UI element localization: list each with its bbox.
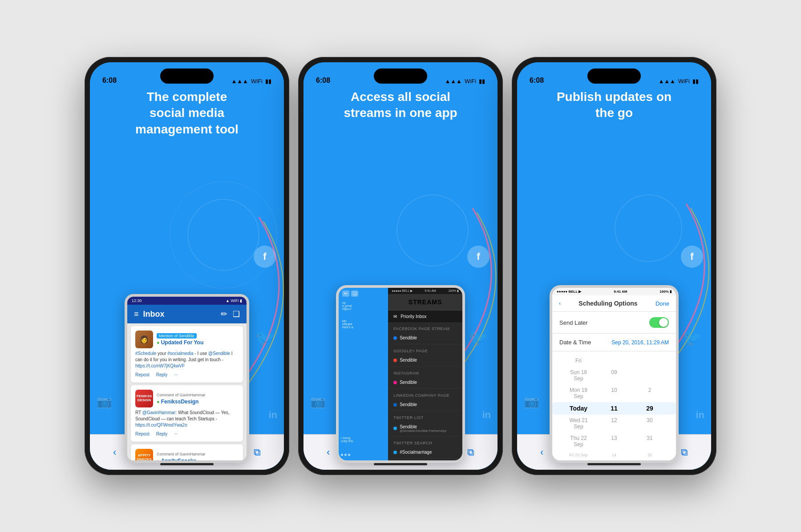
twsearch-item[interactable]: #Socialmarriage [388,446,462,459]
card-1-actions: Repost Reply ··· [135,372,239,378]
phone-1-headline: The complete social media management too… [90,89,284,137]
twsearch-category: TWITTER SEARCH [388,438,462,446]
tabs-btn-2[interactable]: ⧉ [467,447,474,458]
reply-btn-1[interactable]: Reply [156,372,168,378]
stream-layers-icon[interactable]: ❏ [351,290,358,297]
h1-today: 11 [601,405,627,412]
phone-2-bg: Access all social streams in one app f 🐦… [303,62,498,470]
compose-icon[interactable]: ✏ [221,309,227,319]
repost-btn-1[interactable]: Repost [135,372,150,378]
time-row-fri: Fri [552,355,676,367]
inbox-title: Inbox [143,310,165,319]
instagram-icon-float-2: 📷 [310,394,326,409]
twlist-category: TWITTER LIST [388,413,462,421]
card-3-meta: Comment of GavinHammar ● AppitySnacks [157,451,206,463]
datetime-value: Sep 20, 2016, 11:29 AM [611,339,669,346]
svg-point-3 [615,195,682,262]
status-icons-2: ▲▲▲ WiFi ▮▮ [445,78,485,85]
inbox-header-left: ≡ Inbox [134,310,165,319]
stream-section-twlist: TWITTER LIST Sendible @Sendible/Sendible… [388,412,462,437]
repost-btn-2[interactable]: Repost [135,431,150,437]
ig-dot [393,381,397,384]
send-later-label: Send Later [559,319,588,326]
time-row-thu: Thu 22 Sep 13 31 [552,432,676,450]
h1-sun: 09 [601,369,627,382]
priority-inbox-row[interactable]: ✉ Priority Inbox [388,310,462,323]
phone-2-inner: 6:08 ▲▲▲ WiFi ▮▮ Access all social strea… [303,62,498,470]
h2-fri2: 32 [636,453,663,457]
status-icons-1: ▲▲▲ WiFi ▮▮ [231,78,271,85]
signal-icon-3: ▲▲▲ [658,78,676,85]
instagram-icon-float-1: 📷 [97,394,112,409]
reply-btn-2[interactable]: Reply [156,431,168,437]
back-btn-1[interactable]: ‹ [113,447,116,458]
avatar-1: 👩 [135,330,153,348]
back-btn-3[interactable]: ‹ [540,447,543,458]
twlist-item[interactable]: Sendible @Sendible/Sendible-Partnerships [388,421,462,436]
streams-left-panel: ✏ ❏ opa greathttps:// kernificanthere's … [339,288,388,460]
day-fri: Fri [565,358,592,364]
sched-done-btn[interactable]: Done [655,300,669,307]
battery-icon-3: ▮▮ [692,78,699,85]
streams-left-more: kernificanthere's a [342,319,384,329]
signal-icon-1: ▲▲▲ [231,78,248,85]
stream-section-li: LINKEDIN COMPANY PAGE Sendible [388,390,462,412]
tabs-btn-1[interactable]: ⧉ [254,447,261,458]
facebook-icon-float-1: f [254,246,276,268]
drawer-status: ●●●●● BELL ▶ 9:41 AM 100% ▮ [388,288,462,294]
back-btn-2[interactable]: ‹ [327,447,330,458]
fb-item[interactable]: Sendible [388,332,462,344]
send-later-toggle[interactable] [649,317,669,328]
twitter-icon-float-2: 🐦 [469,329,489,347]
twsearch-item2[interactable]: Sendible [388,459,462,460]
badge-1: Mention of Sendible [157,333,197,339]
fb-name: Sendible [393,335,457,340]
svg-point-2 [397,195,468,266]
twsearch-name: #Socialmarriage [393,450,457,455]
avatar-2: FENIKSS DESIGN [135,390,153,407]
more-btn-2[interactable]: ··· [174,431,178,437]
gplus-item[interactable]: Sendible [388,354,462,367]
drawer-battery: 100% ▮ [448,289,459,293]
avatar-img-1: 👩 [135,330,153,348]
gplus-name: Sendible [393,358,457,363]
day-fri2: Fri 23 Sep [565,453,592,457]
phones-container: 6:08 ▲▲▲ WiFi ▮▮ The complete social med… [0,0,801,532]
inner-status-1: 12:30 ▲ WiFi ▮ [127,297,247,305]
li-item[interactable]: Sendible [388,399,462,411]
h2-fri [636,358,663,364]
phone-1-bg: The complete social media management too… [90,62,284,470]
h1-fri [601,358,627,364]
signal-icon-2: ▲▲▲ [445,78,462,85]
inbox-card-3: APPITY SNACKS Comment of GavinHammar ● A… [131,444,243,463]
stream-compose-icon[interactable]: ✏ [342,290,349,297]
h1-thu: 13 [601,435,627,447]
h1-fri2: 14 [601,453,627,457]
datetime-label: Date & Time [559,339,591,346]
facebook-icon-float-2: f [467,246,490,268]
dynamic-island-2 [374,69,427,84]
gplus-category: GOOGLE+ PAGE [388,346,462,354]
hamburger-icon[interactable]: ≡ [134,310,139,319]
streams-drawer: ●●●●● BELL ▶ 9:41 AM 100% ▮ STREAMS ✉ Pr… [388,288,462,460]
layers-icon[interactable]: ❏ [233,309,240,319]
datetime-row: Date & Time Sep 20, 2016, 11:29 AM [552,334,676,351]
ig-item[interactable]: Sendible [388,376,462,389]
h1-wed: 12 [601,417,627,430]
tabs-btn-3[interactable]: ⧉ [681,447,688,458]
more-btn-1[interactable]: ··· [174,372,178,378]
username-2: FenikssDesign [161,399,199,405]
day-today: Today [565,405,592,412]
card-1-header: 👩 Mention of Sendible ● Updated For You [135,330,239,348]
phone-3: 6:08 ▲▲▲ WiFi ▮▮ Publish updates on the … [512,57,716,475]
h2-mon: 2 [636,387,663,399]
time-row-fri2: Fri 23 Sep 14 32 [552,450,676,460]
home-indicator-3 [587,463,641,465]
badge-2: Comment of GavinHammar [157,393,206,397]
wifi-icon-1: WiFi [251,78,263,85]
dot-1 [341,454,343,456]
stream-section-fb: FACEBOOK PAGE STREAM Sendible [388,323,462,345]
badge-3: Comment of GavinHammar [157,452,206,456]
fb-dot [393,336,397,340]
time-picker: Fri Sun 18 Sep 09 Mon 19 Sep 10 2 [552,351,676,463]
